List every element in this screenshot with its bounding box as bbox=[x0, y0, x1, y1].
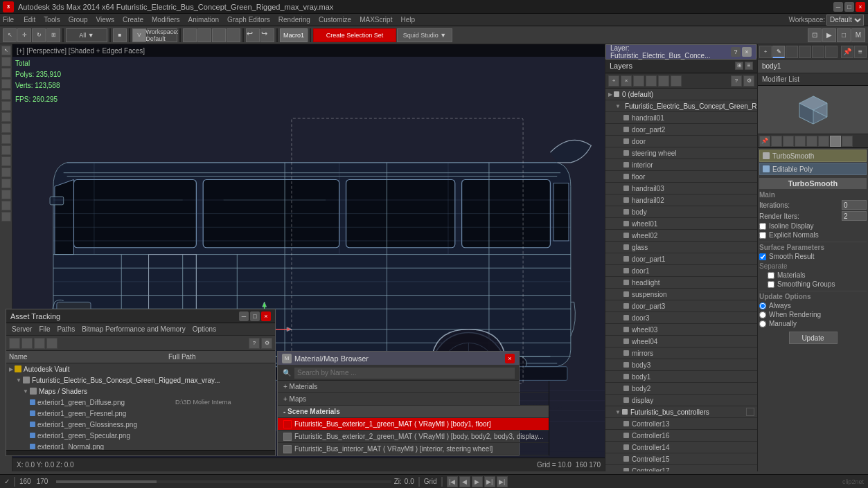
layer-item-default[interactable]: ▶ 0 (default) bbox=[605, 89, 757, 100]
layers-settings-btn[interactable]: ≡ bbox=[745, 62, 753, 70]
squid-studio-btn[interactable]: Squid Studio ▼ bbox=[397, 28, 452, 42]
at-toolbar-btn-4[interactable] bbox=[46, 338, 57, 349]
at-item-fresnel[interactable]: exterior1_green_Fresnel.png bbox=[6, 408, 275, 419]
layers-new-btn[interactable]: + bbox=[608, 75, 619, 87]
go-end-btn[interactable]: ▶| bbox=[497, 476, 508, 487]
at-options-menu[interactable]: Options bbox=[190, 325, 219, 333]
next-frame-btn[interactable]: ▶| bbox=[484, 476, 495, 487]
iterations-input[interactable] bbox=[842, 200, 867, 210]
maximize-btn[interactable]: □ bbox=[844, 2, 854, 12]
layer-item-handrail03[interactable]: handrail03 bbox=[605, 183, 757, 195]
layer-item-door_part1[interactable]: door_part1 bbox=[605, 253, 757, 265]
modifier-properties[interactable]: TurboSmooth Main Iterations: Render Iter… bbox=[758, 177, 868, 471]
mod-btn-4[interactable] bbox=[795, 136, 806, 147]
layer-item-controller15[interactable]: Controller15 bbox=[605, 453, 757, 465]
layer-item-wheel04[interactable]: wheel04 bbox=[605, 336, 757, 347]
always-radio[interactable] bbox=[759, 302, 766, 309]
sidebar-select-icon[interactable]: ↖ bbox=[1, 46, 11, 55]
at-toolbar-btn-1[interactable] bbox=[9, 338, 20, 349]
mb-scrollbar[interactable] bbox=[549, 381, 549, 455]
view-selector[interactable]: Workspace: Default bbox=[147, 28, 177, 42]
panel-pin-btn[interactable]: 📌 bbox=[841, 46, 853, 58]
workspace-dropdown[interactable]: Default bbox=[826, 15, 864, 26]
rendering-menu[interactable]: Rendering bbox=[274, 16, 315, 24]
at-paths-menu[interactable]: Paths bbox=[55, 325, 78, 333]
layer-item-suspension[interactable]: suspension bbox=[605, 289, 757, 300]
rotate-tool-btn[interactable]: ↻ bbox=[32, 28, 46, 42]
asset-tracking-list[interactable]: ▶ Autodesk Vault ▼ Futuristic_Electric_B… bbox=[6, 363, 275, 450]
maxscript-menu[interactable]: MAXScript bbox=[355, 16, 396, 24]
spinner-snap-btn[interactable] bbox=[227, 28, 240, 42]
sidebar-icon-4[interactable] bbox=[1, 90, 11, 100]
mod-btn-6[interactable] bbox=[818, 136, 829, 147]
materials-checkbox[interactable] bbox=[768, 272, 774, 279]
layer-item-floor[interactable]: floor bbox=[605, 171, 757, 183]
layer-dialog-question-btn[interactable]: ? bbox=[731, 47, 741, 57]
render-setup-btn[interactable]: ⊡ bbox=[808, 28, 822, 42]
layers-btn-4[interactable] bbox=[646, 75, 657, 87]
layers-delete-btn[interactable]: × bbox=[621, 75, 632, 87]
layers-help-btn[interactable]: ? bbox=[731, 75, 742, 87]
prev-frame-btn[interactable]: ◀ bbox=[459, 476, 470, 487]
workspace-selector[interactable]: Workspace: Default bbox=[788, 15, 864, 26]
mod-btn-2[interactable] bbox=[771, 136, 782, 147]
at-item-glossiness[interactable]: exterior1_green_Glossiness.png bbox=[6, 419, 275, 430]
layer-item-steering-wheel[interactable]: steering wheel bbox=[605, 147, 757, 159]
at-toolbar-btn-3[interactable] bbox=[34, 338, 45, 349]
help-menu[interactable]: Help bbox=[396, 16, 419, 24]
scale-tool-btn[interactable]: ⊞ bbox=[46, 28, 60, 42]
at-minimize-btn[interactable]: ─ bbox=[239, 311, 249, 321]
at-item-vault[interactable]: ▶ Autodesk Vault bbox=[6, 363, 275, 374]
modify-panel-tab[interactable]: ✎ bbox=[772, 46, 785, 58]
sidebar-icon-10[interactable] bbox=[1, 156, 11, 166]
named-selection-btn[interactable]: ■ bbox=[113, 28, 127, 42]
redo-btn[interactable]: ↪ bbox=[260, 28, 274, 42]
layer-item-controller13[interactable]: Controller13 bbox=[605, 418, 757, 430]
create-panel-tab[interactable]: + bbox=[759, 46, 772, 58]
display-panel-tab[interactable] bbox=[812, 46, 824, 58]
modifiers-menu[interactable]: Modifiers bbox=[148, 16, 184, 24]
views-menu[interactable]: Views bbox=[92, 16, 119, 24]
at-toolbar-help[interactable]: ? bbox=[249, 338, 260, 349]
create-menu[interactable]: Create bbox=[118, 16, 148, 24]
layer-item-glass[interactable]: glass bbox=[605, 242, 757, 253]
sidebar-icon-14[interactable] bbox=[1, 201, 11, 210]
layer-item-body3[interactable]: body3 bbox=[605, 359, 757, 371]
tools-menu[interactable]: Tools bbox=[39, 16, 64, 24]
mod-btn-7[interactable] bbox=[830, 136, 841, 147]
select-tool-btn[interactable]: ↖ bbox=[3, 28, 17, 42]
layer-item-interior[interactable]: interior bbox=[605, 159, 757, 171]
layer-item-headlight[interactable]: headlight bbox=[605, 277, 757, 289]
panel-extra-btn[interactable]: ≡ bbox=[854, 46, 867, 58]
render-iters-input[interactable] bbox=[842, 211, 867, 221]
at-bitmap-menu[interactable]: Bitmap Performance and Memory bbox=[79, 325, 188, 333]
macro-btn[interactable]: Macro1 bbox=[280, 28, 308, 42]
sidebar-icon-9[interactable] bbox=[1, 145, 11, 155]
at-item-diffuse[interactable]: exterior1_green_Diffuse.png D:\3D Molier… bbox=[6, 397, 275, 408]
customize-menu[interactable]: Customize bbox=[315, 16, 355, 24]
at-maximize-btn[interactable]: □ bbox=[250, 311, 260, 321]
layer-item-display[interactable]: display bbox=[605, 395, 757, 406]
layer-item-door_part2[interactable]: door_part2 bbox=[605, 124, 757, 136]
at-item-mainfile[interactable]: ▼ Futuristic_Electric_Bus_Concept_Green_… bbox=[6, 374, 275, 386]
at-item-maps[interactable]: ▼ Maps / Shaders bbox=[6, 386, 275, 397]
selection-filter[interactable]: All ▼ bbox=[66, 28, 107, 42]
layer-dialog-close-btn[interactable]: × bbox=[742, 47, 752, 57]
sidebar-icon-13[interactable] bbox=[1, 190, 11, 199]
angle-snap-btn[interactable] bbox=[197, 28, 211, 42]
sidebar-icon-2[interactable] bbox=[1, 68, 11, 78]
utility-panel-tab[interactable] bbox=[825, 46, 838, 58]
sidebar-icon-6[interactable] bbox=[1, 112, 11, 122]
layer-item-main-group[interactable]: ▼ Futuristic_Electric_Bus_Concept_Green_… bbox=[605, 100, 757, 112]
modifier-item-turbosmooth[interactable]: TurboSmooth bbox=[759, 150, 867, 162]
timeline-bar[interactable] bbox=[56, 480, 391, 483]
layers-btn-3[interactable] bbox=[633, 75, 644, 87]
update-btn[interactable]: Update bbox=[789, 332, 838, 344]
modifier-item-editablepoly[interactable]: Editable Poly bbox=[759, 163, 867, 175]
mod-btn-8[interactable] bbox=[842, 136, 853, 147]
layer-item-controller17[interactable]: Controller17 bbox=[605, 465, 757, 471]
at-item-specular[interactable]: exterior1_green_Specular.png bbox=[6, 430, 275, 441]
mb-search-input[interactable] bbox=[294, 368, 515, 379]
move-tool-btn[interactable]: ✛ bbox=[17, 28, 31, 42]
asset-tracking-scrollbar[interactable] bbox=[6, 450, 275, 455]
